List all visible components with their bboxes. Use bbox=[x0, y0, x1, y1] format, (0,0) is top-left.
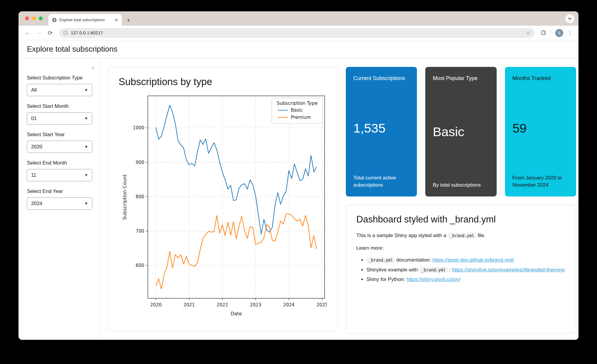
toolbar-divider bbox=[551, 30, 551, 36]
svg-text:Subscription Count: Subscription Count bbox=[122, 174, 128, 220]
value-box-title: Current Subscriptions bbox=[353, 75, 409, 82]
svg-text:700: 700 bbox=[136, 228, 144, 234]
svg-text:Date: Date bbox=[230, 311, 242, 317]
zoom-window-button[interactable] bbox=[39, 16, 43, 20]
sidebar: ‹ Select Subscription Type All ▼ Select … bbox=[19, 58, 101, 340]
tab-close-icon[interactable]: ✕ bbox=[114, 17, 118, 23]
svg-text:2021: 2021 bbox=[183, 302, 195, 308]
url-text[interactable]: 127.0.0.1:60217 bbox=[71, 30, 523, 35]
value-box-title: Months Tracked bbox=[512, 75, 569, 82]
start-month-label: Select Start Month bbox=[27, 103, 92, 109]
main-content: Subscriptions by type 202020212022202320… bbox=[101, 58, 578, 340]
value-box-caption: Total current active subscriptions bbox=[353, 174, 409, 189]
value-box-current-subscriptions: Current Subscriptions 1,535 Total curren… bbox=[346, 67, 417, 196]
chevron-down-icon: ▼ bbox=[84, 116, 88, 121]
end-year-label: Select End Year bbox=[27, 188, 92, 194]
tab-title: Explore total subscriptions bbox=[59, 18, 112, 22]
value-box-title: Most Popular Type bbox=[433, 75, 489, 82]
end-month-label: Select End Month bbox=[27, 160, 92, 166]
info-card-title: Dashboard styled with _brand.yml bbox=[356, 214, 566, 225]
app-header: Explore total subscriptions bbox=[19, 40, 578, 58]
svg-text:600: 600 bbox=[136, 263, 144, 268]
value-box-caption: By total subscriptions bbox=[433, 182, 489, 189]
svg-text:2025: 2025 bbox=[316, 302, 327, 308]
browser-window: Explore total subscriptions ✕ + ← → ⟳ ⓘ … bbox=[19, 11, 578, 340]
chevron-down-icon bbox=[568, 18, 572, 20]
svg-text:Subscription Type: Subscription Type bbox=[277, 101, 317, 106]
info-intro-suffix: file. bbox=[478, 233, 485, 238]
end-year-value: 2024 bbox=[31, 201, 84, 207]
minimize-window-button[interactable] bbox=[32, 16, 36, 20]
end-year-select[interactable]: 2024 ▼ bbox=[27, 197, 92, 210]
links-list: _brand.yml documentation: https://posit-… bbox=[366, 257, 566, 283]
bullet-text: : bbox=[448, 267, 452, 273]
chevron-down-icon: ▼ bbox=[84, 173, 88, 177]
value-boxes: Current Subscriptions 1,535 Total curren… bbox=[346, 67, 576, 196]
svg-text:2022: 2022 bbox=[217, 302, 228, 308]
extensions-icon[interactable] bbox=[541, 30, 547, 36]
close-window-button[interactable] bbox=[25, 16, 29, 20]
start-month-value: 01 bbox=[31, 116, 84, 122]
shiny-python-link[interactable]: https://shiny.posit.co/py/ bbox=[406, 277, 460, 282]
field-end-month: Select End Month 11 ▼ bbox=[27, 160, 92, 181]
profile-avatar[interactable]: S bbox=[555, 29, 563, 37]
bullet-text: Shinylive example with bbox=[366, 267, 419, 273]
svg-text:800: 800 bbox=[136, 194, 144, 199]
browser-tab[interactable]: Explore total subscriptions ✕ bbox=[48, 14, 122, 26]
learn-more-label: Learn more: bbox=[356, 245, 566, 251]
field-start-month: Select Start Month 01 ▼ bbox=[27, 103, 92, 125]
shinylive-example-link[interactable]: https://shinylive.io/py/examples/#brande… bbox=[452, 267, 564, 273]
list-item: _brand.yml documentation: https://posit-… bbox=[366, 257, 566, 264]
bullet-text: documentation: bbox=[395, 257, 432, 263]
reload-icon[interactable]: ⟳ bbox=[45, 30, 55, 36]
tab-strip: Explore total subscriptions ✕ + bbox=[19, 11, 578, 26]
info-intro: This is a sample Shiny app styled with a… bbox=[356, 233, 566, 239]
start-year-select[interactable]: 2020 ▼ bbox=[27, 141, 92, 153]
chevron-down-icon: ▼ bbox=[84, 145, 88, 149]
start-month-select[interactable]: 01 ▼ bbox=[27, 112, 92, 125]
svg-text:Basic: Basic bbox=[291, 107, 303, 113]
chevron-down-icon: ▼ bbox=[84, 88, 88, 92]
address-bar[interactable]: ⓘ 127.0.0.1:60217 ☆ bbox=[59, 28, 535, 38]
menu-kebab-icon[interactable]: ⋮ bbox=[567, 30, 573, 36]
bullet-text: Shiny for Python: bbox=[366, 277, 406, 282]
new-tab-button[interactable]: + bbox=[127, 17, 130, 23]
window-controls bbox=[25, 16, 43, 20]
end-month-value: 11 bbox=[31, 172, 84, 178]
value-box-months-tracked: Months Tracked 59 From January 2020 to N… bbox=[505, 67, 576, 196]
value-box-caption: From January 2020 to November 2024 bbox=[512, 174, 569, 189]
value-box-value: 59 bbox=[512, 82, 569, 174]
value-box-value: Basic bbox=[433, 82, 489, 182]
info-intro-prefix: This is a sample Shiny app styled with a bbox=[356, 233, 446, 238]
subscription-type-label: Select Subscription Type bbox=[27, 75, 92, 81]
brand-yml-code: _brand.yml bbox=[366, 257, 395, 263]
field-start-year: Select Start Year 2020 ▼ bbox=[27, 132, 92, 153]
brand-yml-code: _brand.yml bbox=[419, 267, 448, 273]
forward-icon[interactable]: → bbox=[34, 30, 44, 36]
tab-favicon-globe-icon bbox=[52, 18, 57, 22]
value-box-most-popular-type: Most Popular Type Basic By total subscri… bbox=[425, 67, 496, 196]
toolbar-right: S ⋮ bbox=[539, 29, 574, 37]
chart-card: Subscriptions by type 202020212022202320… bbox=[108, 67, 338, 331]
sidebar-collapse-icon[interactable]: ‹ bbox=[92, 64, 94, 70]
value-box-value: 1,535 bbox=[353, 82, 409, 174]
page-title: Explore total subscriptions bbox=[27, 44, 117, 54]
svg-text:1000: 1000 bbox=[133, 125, 144, 130]
svg-text:2020: 2020 bbox=[150, 302, 161, 308]
field-end-year: Select End Year 2024 ▼ bbox=[27, 188, 92, 210]
info-card: Dashboard styled with _brand.yml This is… bbox=[346, 205, 576, 334]
bookmark-star-icon[interactable]: ☆ bbox=[526, 30, 530, 36]
browser-toolbar: ← → ⟳ ⓘ 127.0.0.1:60217 ☆ S ⋮ bbox=[19, 26, 578, 40]
subscriptions-plot: 2020202120222023202420256007008009001000… bbox=[119, 92, 327, 326]
subscription-type-select[interactable]: All ▼ bbox=[27, 84, 92, 96]
subscription-type-value: All bbox=[31, 87, 84, 93]
field-subscription-type: Select Subscription Type All ▼ bbox=[27, 75, 92, 96]
brand-yml-docs-link[interactable]: https://posit-dev.github.io/brand-yml/ bbox=[432, 257, 514, 263]
start-year-label: Select Start Year bbox=[27, 132, 92, 138]
tab-search-chevron-button[interactable] bbox=[565, 14, 574, 23]
end-month-select[interactable]: 11 ▼ bbox=[27, 169, 92, 181]
back-icon[interactable]: ← bbox=[23, 30, 32, 36]
svg-text:2023: 2023 bbox=[250, 302, 261, 308]
site-info-icon[interactable]: ⓘ bbox=[63, 30, 68, 36]
svg-text:900: 900 bbox=[136, 160, 144, 165]
